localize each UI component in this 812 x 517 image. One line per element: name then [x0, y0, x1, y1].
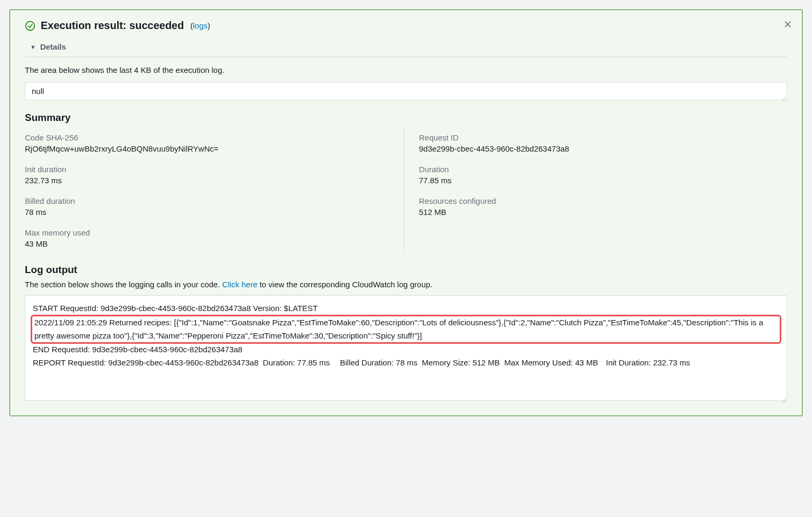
svg-point-2: [26, 21, 35, 30]
log-line-recipes: 2022/11/09 21:05:29 Returned recipes: [{…: [34, 316, 778, 343]
kv-req: Request ID 9d3e299b-cbec-4453-960c-82bd2…: [419, 133, 787, 153]
log-area-description: The area below shows the last 4 KB of th…: [25, 65, 787, 74]
kv-dur: Duration 77.85 ms: [419, 165, 787, 185]
res-label: Resources configured: [419, 196, 787, 205]
resize-handle-icon: [780, 93, 786, 99]
result-header: Execution result: succeeded (logs): [25, 20, 787, 37]
resize-handle-icon: [780, 394, 786, 399]
sha-label: Code SHA-256: [25, 133, 393, 142]
svg-line-5: [781, 399, 786, 403]
summary-col-right: Request ID 9d3e299b-cbec-4453-960c-82bd2…: [404, 128, 787, 253]
log-highlight-region: 2022/11/09 21:05:29 Returned recipes: [{…: [31, 315, 781, 344]
logs-link[interactable]: logs: [193, 21, 208, 30]
kv-res: Resources configured 512 MB: [419, 196, 787, 217]
logs-paren: (logs): [190, 21, 210, 30]
log-desc-pre: The section below shows the logging call…: [25, 280, 222, 289]
close-icon: [783, 23, 792, 31]
init-label: Init duration: [25, 165, 393, 174]
details-content: The area below shows the last 4 KB of th…: [25, 57, 787, 401]
log-output-box[interactable]: START RequestId: 9d3e299b-cbec-4453-960c…: [25, 295, 787, 401]
svg-line-6: [783, 401, 786, 403]
dur-value: 77.85 ms: [419, 176, 787, 185]
execution-result-panel: Execution result: succeeded (logs) ▼ Det…: [10, 10, 802, 416]
log-line-start: START RequestId: 9d3e299b-cbec-4453-960c…: [33, 302, 779, 315]
summary-col-left: Code SHA-256 RjO6tjfMqcw+uwBb2rxryLG4oBQ…: [25, 128, 404, 253]
kv-billed: Billed duration 78 ms: [25, 196, 393, 217]
kv-mem: Max memory used 43 MB: [25, 228, 393, 248]
close-button[interactable]: [781, 17, 795, 33]
cloudwatch-link[interactable]: Click here: [222, 280, 258, 289]
billed-label: Billed duration: [25, 196, 393, 205]
init-value: 232.73 ms: [25, 176, 393, 185]
dur-label: Duration: [419, 165, 787, 174]
log-desc-post: to view the corresponding CloudWatch log…: [257, 280, 432, 289]
log-line-report: REPORT RequestId: 9d3e299b-cbec-4453-960…: [33, 356, 779, 370]
kv-init: Init duration 232.73 ms: [25, 165, 393, 185]
svg-line-4: [783, 99, 786, 101]
sha-value: RjO6tjfMqcw+uwBb2rxryLG4oBQN8vuu9byNilRY…: [25, 144, 393, 153]
summary-heading: Summary: [25, 112, 787, 124]
billed-value: 78 ms: [25, 208, 393, 217]
kv-sha: Code SHA-256 RjO6tjfMqcw+uwBb2rxryLG4oBQ…: [25, 133, 393, 153]
res-value: 512 MB: [419, 208, 787, 217]
mem-label: Max memory used: [25, 228, 393, 237]
result-value: null: [32, 87, 44, 96]
result-title: Execution result: succeeded: [41, 20, 184, 32]
summary-grid: Code SHA-256 RjO6tjfMqcw+uwBb2rxryLG4oBQ…: [25, 128, 787, 253]
log-heading: Log output: [25, 264, 787, 276]
result-output-box[interactable]: null: [25, 82, 787, 100]
svg-line-3: [781, 97, 786, 101]
log-description: The section below shows the logging call…: [25, 280, 787, 289]
req-value: 9d3e299b-cbec-4453-960c-82bd263473a8: [419, 144, 787, 153]
log-line-end: END RequestId: 9d3e299b-cbec-4453-960c-8…: [33, 343, 779, 356]
success-check-icon: [25, 21, 35, 31]
details-toggle[interactable]: ▼ Details: [25, 37, 787, 57]
req-label: Request ID: [419, 133, 787, 142]
caret-down-icon: ▼: [30, 44, 36, 50]
mem-value: 43 MB: [25, 239, 393, 248]
details-label: Details: [40, 42, 66, 51]
